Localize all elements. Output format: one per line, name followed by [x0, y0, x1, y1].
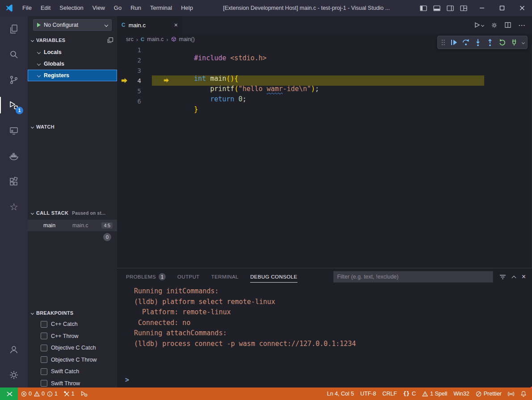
- panel-tab[interactable]: PROBLEMS 1: [126, 268, 166, 285]
- breakpoint-gutter[interactable]: [117, 96, 130, 106]
- step-into-icon[interactable]: [474, 38, 482, 46]
- continue-icon[interactable]: [450, 38, 458, 46]
- eol-status[interactable]: CRLF: [379, 388, 400, 400]
- line-number[interactable]: 5: [130, 88, 141, 95]
- menu-item[interactable]: Help: [176, 0, 197, 16]
- search-icon[interactable]: [0, 42, 28, 67]
- line-number[interactable]: 6: [130, 98, 141, 105]
- breakpoint-gutter[interactable]: [117, 65, 130, 75]
- debug-console-filter-input[interactable]: [333, 271, 493, 283]
- breakpoint-gutter[interactable]: [117, 86, 130, 96]
- close-button[interactable]: [512, 0, 532, 16]
- docker-icon[interactable]: [0, 143, 28, 169]
- breakpoint-checkbox[interactable]: [41, 356, 47, 363]
- problems-status[interactable]: 0 0 1: [18, 388, 61, 400]
- breakpoint-checkbox[interactable]: [41, 368, 47, 375]
- toggle-secondary-sidebar-icon[interactable]: [447, 5, 454, 11]
- debug-console-output[interactable]: Running initCommands:(lldb) platform sel…: [117, 285, 532, 388]
- debug-configuration-dropdown[interactable]: No Configurat: [33, 19, 112, 31]
- editor-settings-gear-icon[interactable]: [491, 22, 498, 29]
- menu-item[interactable]: View: [88, 0, 109, 16]
- menu-item[interactable]: Selection: [55, 0, 88, 16]
- variables-tree-row[interactable]: Globals: [28, 58, 117, 70]
- toggle-panel-icon[interactable]: [433, 5, 440, 11]
- breakpoint-gutter[interactable]: [117, 45, 130, 55]
- customize-layout-icon[interactable]: [460, 5, 467, 11]
- line-number[interactable]: 1: [130, 46, 141, 54]
- menu-item[interactable]: Go: [109, 0, 126, 16]
- spell-checker-status[interactable]: 1 Spell: [419, 388, 450, 400]
- breakpoints-section-header[interactable]: BREAKPOINTS: [28, 308, 117, 318]
- step-out-icon[interactable]: [486, 38, 494, 46]
- watch-section-header[interactable]: WATCH: [28, 121, 117, 132]
- settings-gear-icon[interactable]: [0, 362, 28, 388]
- menu-item[interactable]: Terminal: [146, 0, 176, 16]
- breakpoint-row[interactable]: Objective C Catch: [28, 342, 117, 354]
- variables-tree-row[interactable]: Registers: [28, 70, 117, 81]
- maximize-panel-icon[interactable]: [511, 275, 516, 280]
- split-editor-icon[interactable]: [505, 22, 511, 28]
- breakpoint-checkbox[interactable]: [41, 345, 47, 351]
- tools-status[interactable]: 1: [61, 388, 78, 400]
- debug-status-icon[interactable]: [78, 388, 91, 400]
- panel-tab[interactable]: DEBUG CONSOLE: [250, 268, 297, 285]
- tab-close-icon[interactable]: ×: [174, 21, 178, 29]
- breakpoint-gutter[interactable]: [117, 55, 130, 65]
- filter-icon[interactable]: [499, 274, 506, 280]
- breakpoint-row[interactable]: Swift Throw: [28, 378, 117, 388]
- variables-tree-row[interactable]: Locals: [28, 46, 117, 58]
- maximize-button[interactable]: [492, 0, 512, 16]
- panel-tab[interactable]: TERMINAL: [211, 268, 239, 285]
- line-number[interactable]: 2: [130, 57, 141, 64]
- console-input-prompt[interactable]: >: [125, 376, 129, 384]
- panel-tab[interactable]: OUTPUT: [177, 268, 200, 285]
- breakpoint-checkbox[interactable]: [41, 380, 47, 387]
- debug-toolbar-chevron-icon[interactable]: [522, 41, 525, 44]
- cursor-position[interactable]: Ln 4, Col 5: [324, 388, 357, 400]
- collapse-all-icon[interactable]: [107, 37, 113, 43]
- call-stack-frame-row[interactable]: main main.c 4:5: [28, 220, 117, 231]
- breadcrumb-folder[interactable]: src: [126, 36, 134, 42]
- menu-item[interactable]: File: [18, 0, 36, 16]
- extensions-icon[interactable]: [0, 169, 28, 194]
- account-icon[interactable]: [0, 337, 28, 362]
- encoding-status[interactable]: UTF-8: [357, 388, 379, 400]
- breakpoint-row[interactable]: C++ Catch: [28, 318, 117, 330]
- breakpoint-gutter[interactable]: [117, 75, 130, 86]
- minimize-button[interactable]: [472, 0, 492, 16]
- broadcast-icon[interactable]: [505, 388, 517, 400]
- more-actions-icon[interactable]: ⋯: [518, 21, 526, 29]
- run-and-debug-icon[interactable]: 1: [0, 92, 28, 118]
- variables-section-header[interactable]: VARIABLES: [28, 35, 117, 46]
- notifications-bell-icon[interactable]: [517, 388, 532, 400]
- breakpoint-row[interactable]: C++ Throw: [28, 330, 117, 342]
- language-mode[interactable]: {} C: [400, 388, 419, 400]
- platform-status[interactable]: Win32: [450, 388, 472, 400]
- marketplace-star-icon[interactable]: ☆: [0, 194, 28, 220]
- run-file-dropdown-icon[interactable]: [474, 22, 484, 28]
- disconnect-icon[interactable]: [510, 38, 518, 46]
- line-number[interactable]: 4: [130, 77, 141, 84]
- close-panel-icon[interactable]: ×: [522, 273, 526, 281]
- call-stack-section-header[interactable]: CALL STACK Paused on st...: [28, 208, 117, 218]
- remote-explorer-icon[interactable]: [0, 118, 28, 143]
- tab-main-c[interactable]: C main.c ×: [117, 16, 182, 34]
- code-editor[interactable]: 1 #include <stdio.h> 2: [117, 45, 532, 268]
- remote-indicator[interactable]: [0, 388, 18, 400]
- explorer-icon[interactable]: [0, 16, 28, 42]
- toggle-sidebar-icon[interactable]: [420, 5, 427, 11]
- menu-item[interactable]: Edit: [36, 0, 55, 16]
- step-over-icon[interactable]: [462, 38, 470, 46]
- debug-session-badge: 1: [16, 107, 23, 114]
- breakpoint-row[interactable]: Objective C Throw: [28, 354, 117, 366]
- toolbar-drag-handle[interactable]: [440, 38, 446, 46]
- restart-icon[interactable]: [498, 38, 506, 46]
- menu-item[interactable]: Run: [126, 0, 146, 16]
- code-token: 0: [239, 95, 243, 103]
- breakpoint-checkbox[interactable]: [41, 321, 47, 328]
- formatter-status[interactable]: Prettier: [473, 388, 505, 400]
- line-number[interactable]: 3: [130, 67, 141, 74]
- source-control-icon[interactable]: [0, 67, 28, 92]
- breakpoint-row[interactable]: Swift Catch: [28, 366, 117, 378]
- breakpoint-checkbox[interactable]: [41, 333, 47, 339]
